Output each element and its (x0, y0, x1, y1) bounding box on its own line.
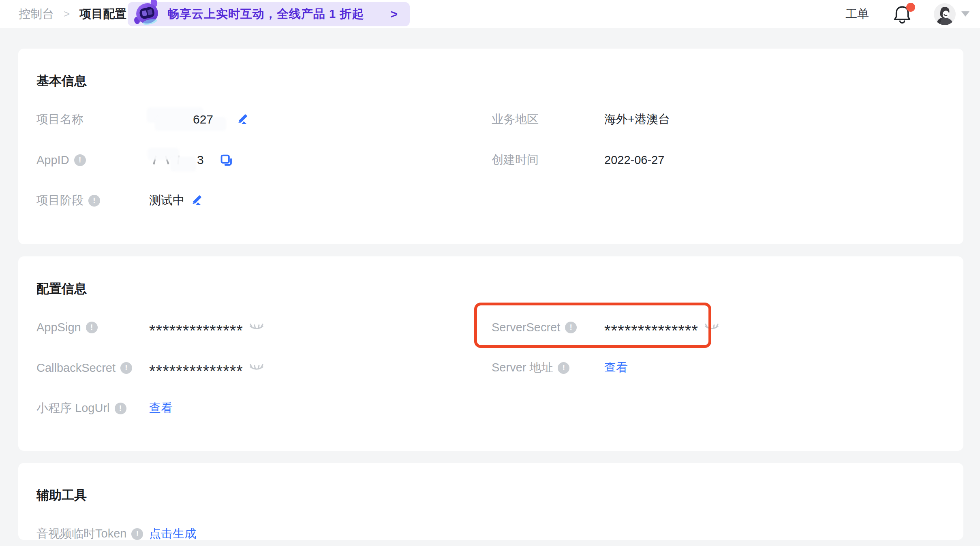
promo-banner-arrow[interactable]: > (390, 7, 398, 21)
edit-pencil-icon[interactable] (190, 194, 202, 207)
view-server-address-link[interactable]: 查看 (604, 360, 628, 376)
info-icon[interactable]: ! (88, 195, 100, 207)
info-icon[interactable]: ! (115, 403, 126, 414)
basic-info-card: 基本信息 项目名称 627 AppID ! (18, 49, 963, 244)
server-secret-masked-value: ************** (604, 322, 698, 340)
created-time-label: 创建时间 (492, 152, 539, 168)
callback-secret-label: CallbackSecret (36, 361, 116, 375)
breadcrumb-current-page: 项目配置 (79, 6, 126, 22)
edit-pencil-icon[interactable] (236, 113, 248, 126)
project-stage-value: 测试中 (149, 192, 184, 209)
region-label: 业务地区 (492, 111, 539, 128)
basic-info-title: 基本信息 (36, 72, 87, 90)
promo-banner[interactable]: 畅享云上实时互动，全线产品 1 折起 > (128, 2, 410, 26)
temp-token-row: 音视频临时Token ! 点击生成 (36, 524, 482, 544)
info-icon[interactable]: ! (131, 528, 143, 540)
callback-secret-masked-value: ************** (149, 362, 243, 380)
temp-token-label: 音视频临时Token (36, 526, 126, 542)
miniprogram-logurl-row: 小程序 LogUrl ! 查看 (36, 399, 482, 418)
chevron-down-icon[interactable] (961, 11, 969, 17)
avatar[interactable] (934, 3, 956, 25)
info-icon[interactable]: ! (565, 322, 577, 333)
topbar: 控制台 > 项目配置 (0, 0, 980, 28)
region-value: 海外+港澳台 (604, 111, 670, 128)
callback-secret-row: CallbackSecret ! ************** (36, 358, 482, 378)
appid-row: AppID ! 3 (36, 150, 482, 170)
region-row: 业务地区 海外+港澳台 (492, 110, 937, 129)
appid-label: AppID (36, 154, 69, 167)
ticket-link[interactable]: 工单 (845, 6, 869, 22)
project-name-label: 项目名称 (36, 111, 83, 128)
project-name-visible-suffix: 627 (193, 110, 213, 129)
created-time-value: 2022-06-27 (604, 154, 664, 167)
miniprogram-logurl-label: 小程序 LogUrl (36, 400, 110, 416)
view-miniprogram-logurl-link[interactable]: 查看 (149, 400, 173, 416)
server-address-row: Server 地址 ! 查看 (492, 358, 937, 378)
server-address-label: Server 地址 (492, 360, 553, 376)
project-name-value-redacted: 627 (149, 110, 230, 129)
notification-dot (906, 3, 915, 12)
eye-closed-icon[interactable] (704, 322, 719, 333)
config-info-card: 配置信息 AppSign ! ************** Callbac (18, 256, 963, 451)
appsign-row: AppSign ! ************** (36, 318, 482, 337)
info-icon[interactable]: ! (120, 362, 132, 374)
project-name-row: 项目名称 627 (36, 110, 482, 129)
tools-card: 辅助工具 音视频临时Token ! 点击生成 (18, 463, 963, 540)
appid-visible-suffix: 3 (197, 150, 204, 170)
mascot-icon (132, 0, 163, 26)
info-icon[interactable]: ! (74, 154, 86, 166)
created-time-row: 创建时间 2022-06-27 (492, 150, 937, 170)
appsign-label: AppSign (36, 321, 81, 334)
breadcrumb: 控制台 > 项目配置 (19, 0, 126, 28)
appsign-masked-value: ************** (149, 322, 243, 340)
generate-token-link[interactable]: 点击生成 (149, 526, 196, 542)
eye-closed-icon[interactable] (249, 322, 264, 333)
copy-icon[interactable] (220, 154, 233, 166)
server-secret-row: ServerSecret ! ************** (492, 318, 937, 337)
tools-title: 辅助工具 (36, 486, 87, 504)
breadcrumb-separator: > (64, 8, 70, 20)
topbar-right: 工单 (845, 0, 969, 28)
appid-value-redacted: 3 (149, 150, 214, 170)
breadcrumb-console[interactable]: 控制台 (19, 6, 54, 22)
server-secret-label: ServerSecret (492, 321, 560, 334)
avatar-person-icon (934, 3, 956, 25)
project-stage-row: 项目阶段 ! 测试中 (36, 191, 482, 210)
config-info-title: 配置信息 (36, 280, 87, 298)
info-icon[interactable]: ! (86, 322, 98, 333)
eye-closed-icon[interactable] (249, 363, 264, 373)
project-config-page: 控制台 > 项目配置 (0, 0, 980, 546)
promo-banner-text: 畅享云上实时互动，全线产品 1 折起 (167, 6, 364, 22)
notification-bell-button[interactable] (892, 4, 912, 25)
info-icon[interactable]: ! (558, 362, 569, 374)
project-stage-label: 项目阶段 (36, 192, 83, 209)
